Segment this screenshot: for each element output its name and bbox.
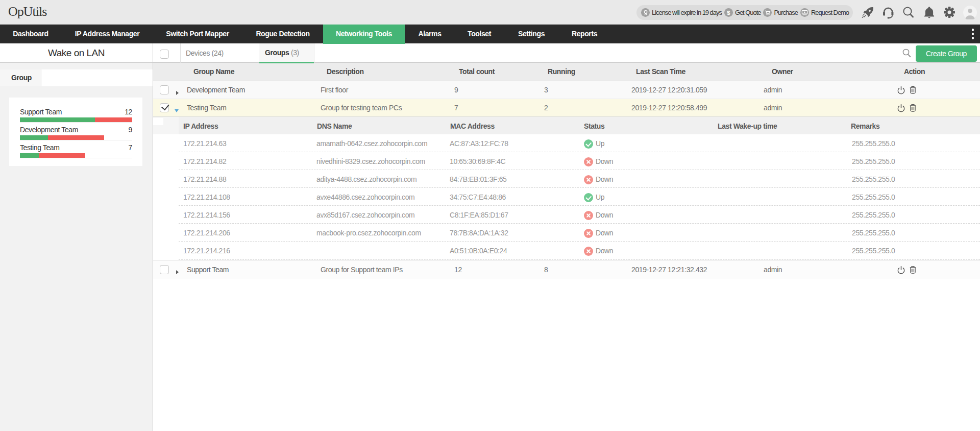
svg-text:$: $ — [727, 10, 730, 16]
